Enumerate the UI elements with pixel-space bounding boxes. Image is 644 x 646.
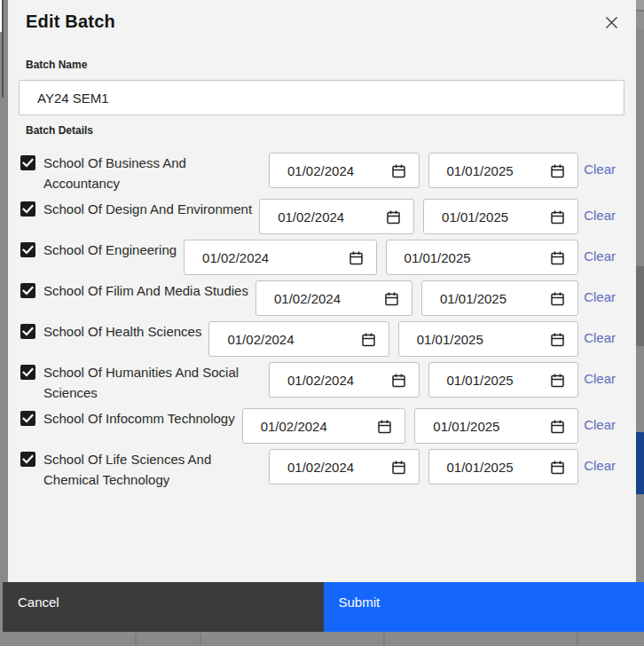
edit-batch-modal: Edit Batch Batch Name Batch Details Scho… <box>8 0 636 582</box>
checkbox-checked[interactable] <box>20 324 35 339</box>
end-date-field[interactable]: 01/01/2025 <box>428 449 579 484</box>
end-date-value: 01/01/2025 <box>447 460 550 475</box>
backdrop-right-strip-dark <box>636 266 644 346</box>
end-date-value: 01/01/2025 <box>440 291 549 306</box>
end-date-field[interactable]: 01/01/2025 <box>421 280 578 316</box>
calendar-icon[interactable] <box>390 162 407 179</box>
school-label: School Of Business And Accountancy <box>43 153 262 193</box>
school-label: School Of Design And Environment <box>43 199 252 219</box>
calendar-icon[interactable] <box>390 372 407 389</box>
calendar-icon[interactable] <box>549 290 566 307</box>
clear-link[interactable]: Clear <box>578 277 616 304</box>
close-icon <box>605 16 618 29</box>
school-label: School Of Engineering <box>43 240 177 260</box>
school-row: School Of Life Sciences And Chemical Tec… <box>18 445 625 490</box>
modal-header: Edit Batch <box>18 0 625 33</box>
calendar-icon[interactable] <box>385 209 402 225</box>
school-checkbox-label[interactable]: School Of Humanities And Social Sciences <box>19 358 262 403</box>
check-icon <box>20 411 35 426</box>
school-row: School Of Design And Environment 01/02/2… <box>18 195 625 234</box>
start-date-field[interactable]: 01/02/2024 <box>259 199 414 234</box>
check-icon <box>20 155 35 170</box>
backdrop-right-strip-top <box>636 0 644 10</box>
school-checkbox-label[interactable]: School Of Engineering <box>19 236 177 260</box>
end-date-field[interactable]: 01/01/2025 <box>386 240 578 275</box>
school-label: School Of Health Sciences <box>43 321 201 342</box>
start-date-field[interactable]: 01/02/2024 <box>255 280 412 316</box>
end-date-field[interactable]: 01/01/2025 <box>428 362 579 398</box>
check-icon <box>20 242 35 257</box>
end-date-field[interactable]: 01/01/2025 <box>414 408 578 444</box>
batch-name-input[interactable] <box>19 80 624 115</box>
start-date-field[interactable]: 01/02/2024 <box>208 321 389 357</box>
calendar-icon[interactable] <box>549 249 566 266</box>
start-date-value: 01/02/2024 <box>261 419 377 434</box>
close-button[interactable] <box>601 12 622 33</box>
end-date-field[interactable]: 01/01/2025 <box>398 321 578 357</box>
checkbox-checked[interactable] <box>20 242 35 257</box>
school-checkbox-label[interactable]: School Of Business And Accountancy <box>19 149 262 193</box>
checkbox-checked[interactable] <box>20 411 35 426</box>
start-date-field[interactable]: 01/02/2024 <box>269 153 420 188</box>
end-date-value: 01/01/2025 <box>417 332 549 347</box>
checkbox-checked[interactable] <box>20 452 35 467</box>
end-date-field[interactable]: 01/01/2025 <box>428 153 579 188</box>
clear-link[interactable]: Clear <box>578 358 616 386</box>
school-checkbox-label[interactable]: School Of Design And Environment <box>19 195 252 219</box>
school-checkbox-label[interactable]: School Of Infocomm Technology <box>19 405 235 429</box>
start-date-field[interactable]: 01/02/2024 <box>269 362 420 398</box>
calendar-icon[interactable] <box>383 290 400 307</box>
calendar-icon[interactable] <box>549 162 566 179</box>
clear-link[interactable]: Clear <box>578 195 616 223</box>
school-label: School Of Life Sciences And Chemical Tec… <box>43 449 262 490</box>
end-date-value: 01/01/2025 <box>404 250 549 265</box>
school-row: School Of Engineering 01/02/2024 01/01/2… <box>18 236 625 275</box>
start-date-field[interactable]: 01/02/2024 <box>184 240 376 275</box>
school-row: School Of Business And Accountancy 01/02… <box>18 149 625 193</box>
clear-link[interactable]: Clear <box>578 236 616 264</box>
cancel-button[interactable]: Cancel <box>3 582 324 632</box>
start-date-value: 01/02/2024 <box>287 460 390 475</box>
calendar-icon[interactable] <box>549 418 566 435</box>
start-date-value: 01/02/2024 <box>287 163 390 178</box>
school-row: School Of Humanities And Social Sciences… <box>18 358 625 403</box>
school-checkbox-label[interactable]: School Of Filim And Media Studies <box>19 277 248 301</box>
school-checkbox-label[interactable]: School Of Life Sciences And Chemical Tec… <box>19 445 262 490</box>
calendar-icon[interactable] <box>549 372 566 389</box>
backdrop-table-separator <box>577 633 578 646</box>
check-icon <box>20 283 35 298</box>
backdrop-right-strip-blue <box>636 432 644 494</box>
calendar-icon[interactable] <box>390 459 407 476</box>
backdrop-table-separator <box>200 633 201 646</box>
calendar-icon[interactable] <box>376 418 393 435</box>
calendar-icon[interactable] <box>549 459 566 476</box>
start-date-value: 01/02/2024 <box>202 250 347 265</box>
calendar-icon[interactable] <box>549 331 566 348</box>
checkbox-checked[interactable] <box>20 283 35 298</box>
batch-name-label: Batch Name <box>18 59 625 71</box>
calendar-icon[interactable] <box>360 331 377 348</box>
start-date-field[interactable]: 01/02/2024 <box>269 449 420 484</box>
backdrop-right-strip-light <box>636 12 644 29</box>
checkbox-checked[interactable] <box>20 155 35 170</box>
start-date-field[interactable]: 01/02/2024 <box>242 408 406 444</box>
school-checkbox-label[interactable]: School Of Health Sciences <box>19 318 201 342</box>
calendar-icon[interactable] <box>549 209 566 225</box>
checkbox-checked[interactable] <box>20 365 35 380</box>
submit-button[interactable]: Submit <box>324 582 644 632</box>
clear-link[interactable]: Clear <box>578 318 616 345</box>
backdrop-left-divider <box>2 0 4 98</box>
school-rows: School Of Business And Accountancy 01/02… <box>18 149 625 490</box>
clear-link[interactable]: Clear <box>578 445 616 473</box>
school-label: School Of Humanities And Social Sciences <box>43 362 262 403</box>
calendar-icon[interactable] <box>348 249 365 266</box>
check-icon <box>20 201 35 217</box>
end-date-field[interactable]: 01/01/2025 <box>423 199 578 234</box>
clear-link[interactable]: Clear <box>578 149 616 177</box>
start-date-value: 01/02/2024 <box>227 332 359 347</box>
clear-link[interactable]: Clear <box>578 405 616 432</box>
end-date-value: 01/01/2025 <box>433 419 549 434</box>
start-date-value: 01/02/2024 <box>274 291 383 306</box>
check-icon <box>20 324 35 339</box>
checkbox-checked[interactable] <box>20 201 35 217</box>
